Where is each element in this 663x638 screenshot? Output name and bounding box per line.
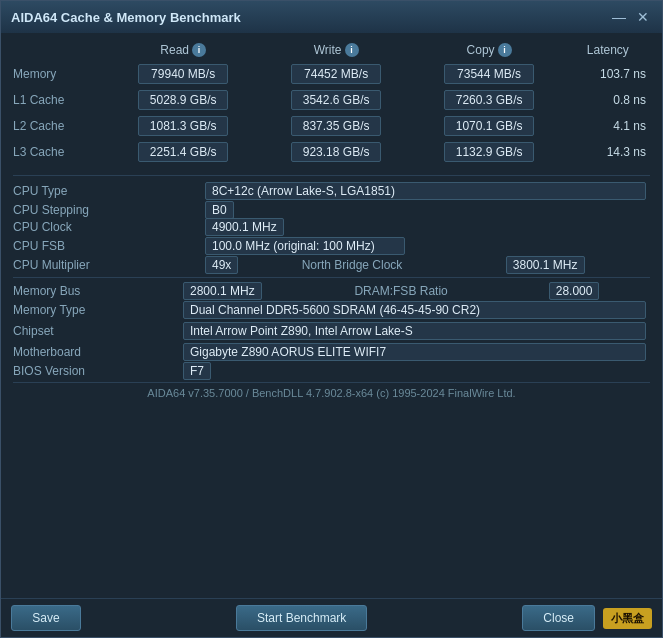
- title-bar: AIDA64 Cache & Memory Benchmark — ✕: [1, 1, 662, 33]
- dram-fsb-label: DRAM:FSB Ratio: [354, 284, 447, 298]
- memory-bus-value-cell: 2800.1 MHz: [179, 282, 334, 299]
- footer-info: AIDA64 v7.35.7000 / BenchDLL 4.7.902.8-x…: [13, 382, 650, 402]
- cpu-multiplier-value: 49x: [205, 256, 238, 274]
- memory-type-label: Memory Type: [13, 299, 179, 320]
- cpu-type-label: CPU Type: [13, 180, 201, 201]
- main-content: Read i Write i Copy i: [1, 33, 662, 598]
- cpu-multiplier-row: CPU Multiplier 49x North Bridge Clock 38…: [13, 256, 650, 273]
- bench-label: L3 Cache: [13, 139, 107, 165]
- cpu-fsb-label: CPU FSB: [13, 235, 201, 256]
- dram-fsb-value-cell: 28.000: [545, 282, 650, 299]
- bench-write: 923.18 GB/s: [260, 139, 413, 165]
- chipset-row: Chipset Intel Arrow Point Z890, Intel Ar…: [13, 320, 650, 341]
- cpu-stepping-value: B0: [205, 201, 234, 219]
- bench-read: 2251.4 GB/s: [107, 139, 260, 165]
- bench-row: L3 Cache 2251.4 GB/s 923.18 GB/s 1132.9 …: [13, 139, 650, 165]
- memory-bus-value: 2800.1 MHz: [183, 282, 262, 300]
- divider-1: [13, 175, 650, 176]
- divider-2: [13, 277, 650, 278]
- bench-label: L1 Cache: [13, 87, 107, 113]
- bench-latency: 14.3 ns: [566, 139, 650, 165]
- nb-clock-value-cell: 3800.1 MHz: [502, 256, 650, 273]
- copy-header: Copy: [467, 43, 495, 57]
- bench-latency: 0.8 ns: [566, 87, 650, 113]
- bench-label: L2 Cache: [13, 113, 107, 139]
- minimize-button[interactable]: —: [610, 10, 628, 24]
- bench-copy: 7260.3 GB/s: [413, 87, 566, 113]
- nb-clock-label: North Bridge Clock: [302, 258, 403, 272]
- cpu-clock-row: CPU Clock 4900.1 MHz: [13, 218, 650, 235]
- title-controls: — ✕: [610, 10, 652, 24]
- bench-latency: 4.1 ns: [566, 113, 650, 139]
- write-info-icon[interactable]: i: [345, 43, 359, 57]
- bench-write: 837.35 GB/s: [260, 113, 413, 139]
- memory-type-row: Memory Type Dual Channel DDR5-5600 SDRAM…: [13, 299, 650, 320]
- motherboard-label: Motherboard: [13, 341, 179, 362]
- motherboard-value: Gigabyte Z890 AORUS ELITE WIFI7: [183, 343, 646, 361]
- close-app-button[interactable]: Close: [522, 605, 595, 631]
- cpu-type-value: 8C+12c (Arrow Lake-S, LGA1851): [205, 182, 646, 200]
- cpu-stepping-row: CPU Stepping B0: [13, 201, 650, 218]
- memory-bus-row: Memory Bus 2800.1 MHz DRAM:FSB Ratio 28.…: [13, 282, 650, 299]
- cpu-multiplier-value-cell: 49x: [201, 256, 272, 273]
- bench-write: 74452 MB/s: [260, 61, 413, 87]
- right-controls: Close 小黑盒: [522, 605, 652, 631]
- bench-copy: 1070.1 GB/s: [413, 113, 566, 139]
- bios-row: BIOS Version F7: [13, 362, 650, 379]
- bios-label: BIOS Version: [13, 362, 179, 379]
- cpu-clock-label: CPU Clock: [13, 218, 201, 235]
- nb-clock-value: 3800.1 MHz: [506, 256, 585, 274]
- memory-type-value-cell: Dual Channel DDR5-5600 SDRAM (46-45-45-9…: [179, 299, 650, 320]
- benchmark-table: Read i Write i Copy i: [13, 41, 650, 165]
- bios-value: F7: [183, 362, 211, 380]
- window-title: AIDA64 Cache & Memory Benchmark: [11, 10, 241, 25]
- bench-read: 1081.3 GB/s: [107, 113, 260, 139]
- cpu-fsb-value-cell: 100.0 MHz (original: 100 MHz): [201, 235, 650, 256]
- bench-copy: 73544 MB/s: [413, 61, 566, 87]
- read-info-icon[interactable]: i: [192, 43, 206, 57]
- read-header: Read: [160, 43, 189, 57]
- cpu-fsb-value: 100.0 MHz (original: 100 MHz): [205, 237, 405, 255]
- nb-clock-label-cell: North Bridge Clock: [272, 256, 502, 273]
- mem-info-table: Memory Bus 2800.1 MHz DRAM:FSB Ratio 28.…: [13, 282, 650, 379]
- motherboard-row: Motherboard Gigabyte Z890 AORUS ELITE WI…: [13, 341, 650, 362]
- logo-badge: 小黑盒: [603, 608, 652, 629]
- cpu-multiplier-label: CPU Multiplier: [13, 256, 201, 273]
- motherboard-value-cell: Gigabyte Z890 AORUS ELITE WIFI7: [179, 341, 650, 362]
- close-button[interactable]: ✕: [634, 10, 652, 24]
- cpu-stepping-value-cell: B0: [201, 201, 650, 218]
- start-benchmark-button[interactable]: Start Benchmark: [236, 605, 367, 631]
- bench-write: 3542.6 GB/s: [260, 87, 413, 113]
- save-button[interactable]: Save: [11, 605, 81, 631]
- chipset-value: Intel Arrow Point Z890, Intel Arrow Lake…: [183, 322, 646, 340]
- main-window: AIDA64 Cache & Memory Benchmark — ✕ Read…: [0, 0, 663, 638]
- cpu-stepping-label: CPU Stepping: [13, 201, 201, 218]
- cpu-type-row: CPU Type 8C+12c (Arrow Lake-S, LGA1851): [13, 180, 650, 201]
- chipset-label: Chipset: [13, 320, 179, 341]
- bench-latency: 103.7 ns: [566, 61, 650, 87]
- bench-read: 5028.9 GB/s: [107, 87, 260, 113]
- cpu-clock-value: 4900.1 MHz: [205, 218, 284, 236]
- write-header: Write: [314, 43, 342, 57]
- cpu-info-table: CPU Type 8C+12c (Arrow Lake-S, LGA1851) …: [13, 180, 650, 273]
- bench-row: Memory 79940 MB/s 74452 MB/s 73544 MB/s …: [13, 61, 650, 87]
- memory-type-value: Dual Channel DDR5-5600 SDRAM (46-45-45-9…: [183, 301, 646, 319]
- chipset-value-cell: Intel Arrow Point Z890, Intel Arrow Lake…: [179, 320, 650, 341]
- bench-read: 79940 MB/s: [107, 61, 260, 87]
- cpu-type-value-cell: 8C+12c (Arrow Lake-S, LGA1851): [201, 180, 650, 201]
- bottom-bar: Save Start Benchmark Close 小黑盒: [1, 598, 662, 637]
- bench-row: L2 Cache 1081.3 GB/s 837.35 GB/s 1070.1 …: [13, 113, 650, 139]
- latency-header: Latency: [566, 41, 650, 61]
- dram-fsb-label-cell: DRAM:FSB Ratio: [334, 282, 544, 299]
- bench-label: Memory: [13, 61, 107, 87]
- bench-row: L1 Cache 5028.9 GB/s 3542.6 GB/s 7260.3 …: [13, 87, 650, 113]
- dram-fsb-value: 28.000: [549, 282, 600, 300]
- copy-info-icon[interactable]: i: [498, 43, 512, 57]
- bench-copy: 1132.9 GB/s: [413, 139, 566, 165]
- bios-value-cell: F7: [179, 362, 650, 379]
- cpu-clock-value-cell: 4900.1 MHz: [201, 218, 650, 235]
- cpu-fsb-row: CPU FSB 100.0 MHz (original: 100 MHz): [13, 235, 650, 256]
- memory-bus-label: Memory Bus: [13, 282, 179, 299]
